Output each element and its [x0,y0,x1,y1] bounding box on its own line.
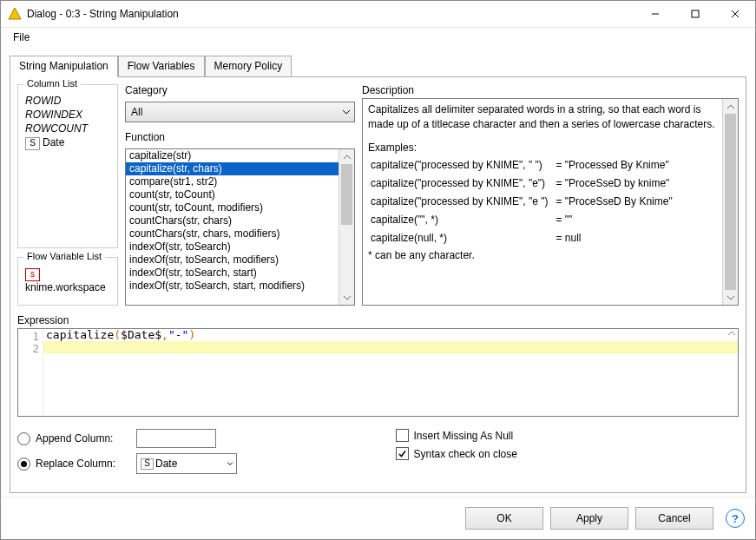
function-item[interactable]: count(str, toCount, modifiers) [126,201,339,214]
list-item[interactable]: SDate [23,135,112,151]
replace-label: Replace Column: [36,458,131,470]
description-content: Capitalizes all delimiter separated word… [368,102,718,263]
tab-panel: Column List ROWID ROWINDEX ROWCOUNT SDat… [10,76,746,493]
replace-value: Date [155,458,177,470]
function-item[interactable]: countChars(str, chars) [126,214,339,227]
flow-variable-panel: Flow Variable List sknime.workspace [17,257,118,306]
function-list[interactable]: capitalize(str)capitalize(str, chars)com… [126,149,339,305]
scrollbar-thumb[interactable] [725,114,736,290]
code-area[interactable]: capitalize($Date$,"-") [43,329,738,416]
insert-missing-checkbox[interactable] [396,429,409,442]
help-icon[interactable]: ? [726,509,745,528]
flow-variable-title: Flow Variable List [23,251,105,261]
line-gutter: 1 2 [18,329,43,416]
append-row: Append Column: [17,429,361,448]
example-row: capitalize("processed by KNIME", " ")= "… [370,157,678,174]
function-item[interactable]: indexOf(str, toSearch, modifiers) [126,254,339,267]
maximize-button[interactable] [675,1,715,27]
replace-column-dropdown[interactable]: S Date [136,453,237,474]
options-right: Insert Missing As Null Syntax check on c… [361,429,740,474]
flow-variable-list[interactable]: sknime.workspace [23,267,112,300]
dialog-window: Dialog - 0:3 - String Manipulation File … [0,0,756,540]
window-buttons [635,1,755,27]
cancel-button[interactable]: Cancel [635,507,713,530]
chevron-down-icon [342,109,351,115]
example-row: capitalize("processed by KNIME", "e")= "… [370,175,678,192]
code-line-current[interactable] [43,341,738,353]
list-item[interactable]: sknime.workspace [23,267,112,294]
menubar: File [1,28,755,47]
column-list-panel: Column List ROWID ROWINDEX ROWCOUNT SDat… [17,84,118,248]
minimize-button[interactable] [635,1,675,27]
tab-row: String Manipulation Flow Variables Memor… [10,56,746,76]
scrollbar-thumb[interactable] [341,164,352,225]
left-column: Column List ROWID ROWINDEX ROWCOUNT SDat… [17,84,118,306]
function-label: Function [125,131,355,143]
insert-missing-row: Insert Missing As Null [396,429,740,442]
footer: OK Apply Cancel ? [1,497,755,539]
append-column-input[interactable] [136,429,216,448]
column-list[interactable]: ROWID ROWINDEX ROWCOUNT SDate [23,94,112,242]
function-item[interactable]: indexOf(str, toSearch, start, modifiers) [126,280,339,293]
category-dropdown[interactable]: All [125,102,355,122]
menu-file[interactable]: File [8,30,35,45]
tab-flow-variables[interactable]: Flow Variables [118,56,205,77]
tab-string-manipulation[interactable]: String Manipulation [10,56,118,77]
category-value: All [131,106,142,118]
svg-marker-0 [9,8,21,19]
examples-heading: Examples: [368,141,718,155]
chevron-down-icon[interactable] [339,290,354,305]
top-row: Column List ROWID ROWINDEX ROWCOUNT SDat… [17,84,739,306]
scrollbar[interactable] [722,99,738,305]
list-item: ROWINDEX [23,108,112,122]
scrollbar[interactable] [339,149,354,305]
bottom-options: Append Column: Replace Column: S Date [17,429,739,474]
tab-memory-policy[interactable]: Memory Policy [205,56,293,77]
example-row: capitalize("", *)= "" [370,212,678,228]
close-button[interactable] [715,1,755,27]
chevron-down-icon [227,462,233,466]
example-row: capitalize("processed by KNIME", "e ")= … [370,194,678,210]
append-label: Append Column: [36,432,131,445]
titlebar: Dialog - 0:3 - String Manipulation [1,1,755,28]
function-item[interactable]: indexOf(str, toSearch, start) [126,267,339,280]
examples-table: capitalize("processed by KNIME", " ")= "… [368,155,680,248]
chevron-up-icon[interactable] [723,99,738,114]
apply-button[interactable]: Apply [550,507,628,530]
chevron-up-icon[interactable] [727,331,736,336]
description-label: Description [362,84,739,96]
app-icon [8,7,22,21]
expression-section: Expression 1 2 capitalize($Date$,"-") [17,314,739,417]
function-item[interactable]: compare(str1, str2) [126,175,339,188]
svg-rect-2 [692,10,699,17]
function-item[interactable]: count(str, toCount) [126,188,339,201]
expression-editor[interactable]: 1 2 capitalize($Date$,"-") [17,328,739,417]
list-item: ROWCOUNT [23,122,112,135]
description-box: Capitalizes all delimiter separated word… [362,98,739,306]
category-function-col: Category All Function capitalize(str)cap… [125,84,355,306]
syntax-check-row: Syntax check on close [396,447,740,460]
function-item[interactable]: indexOf(str, toSearch) [126,240,339,254]
expression-label: Expression [17,314,739,326]
right-column: Category All Function capitalize(str)cap… [125,84,739,306]
replace-radio[interactable] [17,458,30,471]
chevron-up-icon[interactable] [339,149,354,164]
syntax-check-checkbox[interactable] [396,447,409,460]
function-item[interactable]: capitalize(str) [126,149,339,162]
function-list-wrap: capitalize(str)capitalize(str, chars)com… [125,148,355,306]
category-label: Category [125,84,355,96]
window-title: Dialog - 0:3 - String Manipulation [27,8,635,20]
content-area: String Manipulation Flow Variables Memor… [1,47,755,497]
string-type-icon: S [141,458,154,470]
description-intro: Capitalizes all delimiter separated word… [368,102,718,132]
function-item[interactable]: countChars(str, chars, modifiers) [126,227,339,240]
column-list-title: Column List [23,78,81,89]
list-item: ROWID [23,94,112,108]
code-line[interactable]: capitalize($Date$,"-") [43,329,738,341]
ok-button[interactable]: OK [465,507,543,530]
flowvar-name: knime.workspace [25,281,106,293]
chevron-down-icon[interactable] [723,290,738,305]
syntax-check-label: Syntax check on close [414,448,517,460]
append-radio[interactable] [17,432,30,445]
function-item[interactable]: capitalize(str, chars) [126,162,339,175]
